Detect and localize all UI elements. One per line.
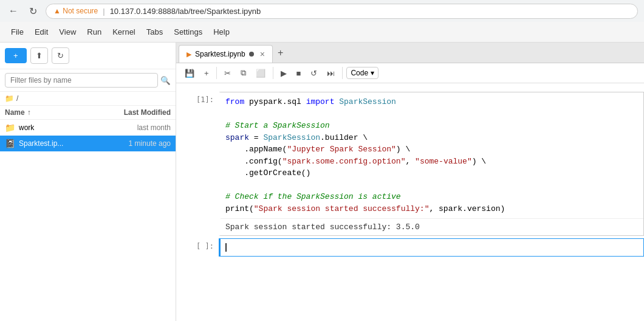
- address-url: 10.137.0.149:8888/lab/tree/Sparktest.ipy…: [110, 7, 261, 16]
- file-name: Sparktest.ip...: [19, 139, 104, 148]
- cell-type-label: Code: [351, 69, 368, 77]
- separator: [216, 67, 217, 79]
- cell-type-select[interactable]: Code ▾: [346, 67, 379, 79]
- breadcrumb-bar: 📁 /: [0, 92, 176, 106]
- notebook-tab[interactable]: ▶ Sparktest.ipynb ×: [179, 45, 273, 63]
- restart-button[interactable]: ↺: [307, 66, 321, 80]
- cell-code-1: from pyspark.sql import SparkSession # S…: [221, 92, 643, 218]
- browser-chrome: ← ↻ ▲ Not secure | 10.137.0.149:8888/lab…: [0, 0, 644, 43]
- file-list-header: Name ↑ Last Modified: [0, 106, 176, 120]
- refresh-button[interactable]: ↻: [27, 3, 39, 19]
- notebook-body: [1]: from pyspark.sql import SparkSessio…: [176, 83, 644, 321]
- search-icon-button[interactable]: 🔍: [160, 76, 171, 85]
- cell-prompt-1: [1]:: [176, 92, 219, 236]
- cell-content-1[interactable]: from pyspark.sql import SparkSession # S…: [219, 92, 644, 236]
- col-modified-label: Last Modified: [104, 108, 171, 117]
- unsaved-dot: [249, 52, 254, 57]
- breadcrumb-path: /: [16, 94, 18, 103]
- search-box: 🔍: [0, 69, 176, 92]
- tab-label: Sparktest.ipynb: [195, 50, 245, 58]
- save-button[interactable]: 💾: [181, 66, 198, 80]
- menu-edit[interactable]: Edit: [30, 25, 53, 39]
- upload-button[interactable]: ⬆: [30, 47, 48, 64]
- file-modified: last month: [104, 123, 171, 132]
- browser-top-bar: ← ↻ ▲ Not secure | 10.137.0.149:8888/lab…: [0, 0, 644, 22]
- folder-icon: 📁: [5, 123, 15, 133]
- file-name: work: [19, 123, 104, 132]
- menu-kernel[interactable]: Kernel: [108, 25, 140, 39]
- sort-name[interactable]: Name ↑: [5, 108, 104, 117]
- new-button[interactable]: +: [5, 48, 27, 63]
- sidebar: + ⬆ ↻ 🔍 📁 / Name ↑ Last Modified 📁 work …: [0, 43, 176, 321]
- add-cell-button[interactable]: +: [200, 66, 213, 80]
- copy-button[interactable]: ⧉: [237, 66, 250, 80]
- sort-arrow: ↑: [27, 108, 31, 117]
- file-row[interactable]: 📓 Sparktest.ip... 1 minute ago: [0, 136, 176, 151]
- paste-button[interactable]: ⬜: [252, 66, 269, 80]
- search-input[interactable]: [5, 73, 158, 88]
- address-bar[interactable]: ▲ Not secure | 10.137.0.149:8888/lab/tre…: [46, 4, 638, 19]
- app-container: + ⬆ ↻ 🔍 📁 / Name ↑ Last Modified 📁 work …: [0, 43, 644, 321]
- menu-view[interactable]: View: [54, 25, 81, 39]
- new-tab-button[interactable]: +: [273, 45, 288, 61]
- browser-menu: File Edit View Run Kernel Tabs Settings …: [0, 22, 644, 43]
- menu-run[interactable]: Run: [82, 25, 106, 39]
- refresh-files-button[interactable]: ↻: [52, 47, 69, 64]
- separator: [342, 67, 343, 79]
- stop-button[interactable]: ■: [293, 66, 305, 80]
- chevron-down-icon: ▾: [371, 69, 374, 77]
- tab-notebook-icon: ▶: [187, 50, 191, 58]
- run-button[interactable]: ▶: [277, 66, 290, 80]
- notebook-tabs: ▶ Sparktest.ipynb × +: [176, 43, 644, 63]
- code-cell-2: [ ]:: [176, 238, 644, 257]
- cell-output-1: Spark session started successfully: 3.5.…: [221, 218, 643, 235]
- menu-file[interactable]: File: [6, 25, 29, 39]
- menu-help[interactable]: Help: [208, 25, 235, 39]
- security-warning: ▲ Not secure: [53, 7, 98, 15]
- back-button[interactable]: ←: [6, 3, 21, 19]
- notebook-icon: 📓: [5, 139, 15, 148]
- file-row[interactable]: 📁 work last month: [0, 120, 176, 136]
- cut-button[interactable]: ✂: [221, 66, 235, 80]
- file-modified: 1 minute ago: [104, 139, 171, 148]
- notebook-toolbar: 💾 + ✂ ⧉ ⬜ ▶ ■ ↺ ⏭ Code ▾: [176, 63, 644, 83]
- col-name-label: Name: [5, 108, 25, 117]
- menu-settings[interactable]: Settings: [169, 25, 207, 39]
- separator: [273, 67, 273, 79]
- folder-icon: 📁: [5, 94, 14, 103]
- cell-input-2[interactable]: [221, 239, 643, 256]
- menu-tabs[interactable]: Tabs: [142, 25, 168, 39]
- code-cell-1: [1]: from pyspark.sql import SparkSessio…: [176, 92, 644, 236]
- cell-content-2[interactable]: [219, 238, 644, 257]
- cursor: [225, 243, 227, 252]
- file-list: 📁 work last month 📓 Sparktest.ip... 1 mi…: [0, 120, 176, 321]
- main-content: ▶ Sparktest.ipynb × + 💾 + ✂ ⧉ ⬜ ▶ ■ ↺ ⏭ …: [176, 43, 644, 321]
- fast-forward-button[interactable]: ⏭: [323, 66, 338, 80]
- cell-prompt-2: [ ]:: [176, 238, 219, 257]
- sidebar-toolbar: + ⬆ ↻: [0, 43, 176, 69]
- tab-close-button[interactable]: ×: [260, 49, 265, 59]
